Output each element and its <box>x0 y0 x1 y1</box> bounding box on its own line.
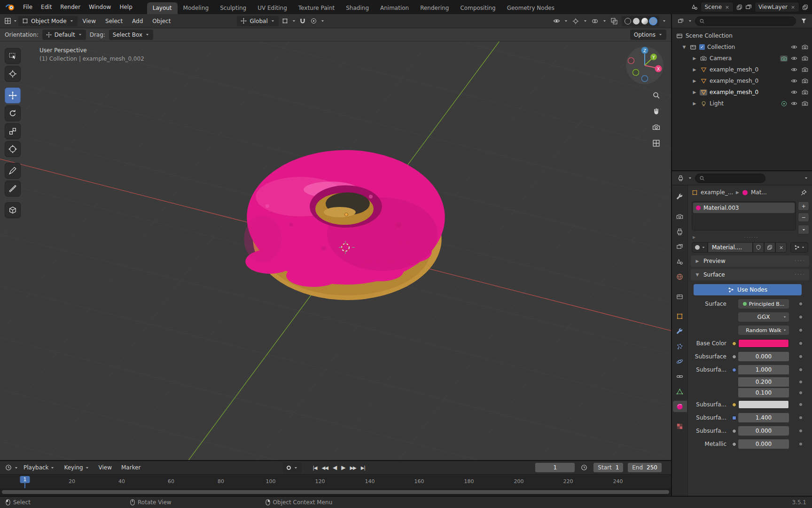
decorator-dot[interactable] <box>799 391 802 394</box>
new-material-copy-icon[interactable] <box>764 242 775 253</box>
options-dropdown[interactable]: Options <box>630 30 666 40</box>
tab-shading[interactable]: Shading <box>340 2 375 14</box>
decorator-dot[interactable] <box>799 329 802 332</box>
proportional-editing-icon[interactable] <box>309 16 319 26</box>
mesh-expand-icon[interactable]: ▶ <box>692 90 697 95</box>
scene-browse-icon[interactable] <box>691 4 698 10</box>
current-frame-badge[interactable]: 1 <box>20 476 30 483</box>
subsurface-slider[interactable]: 0.000 <box>738 352 789 361</box>
camera-expand-icon[interactable]: ▶ <box>692 56 697 61</box>
shading-wireframe-icon[interactable] <box>625 18 631 24</box>
menu-view[interactable]: View <box>78 16 100 26</box>
overlays-caret-icon[interactable] <box>602 19 607 23</box>
tab-geometry-nodes[interactable]: Geometry Nodes <box>501 2 560 14</box>
snap-target-icon[interactable] <box>281 16 290 26</box>
outliner-row-scene-collection[interactable]: Scene Collection <box>672 30 812 41</box>
zoom-icon[interactable] <box>650 89 662 101</box>
snap-magnet-icon[interactable] <box>298 16 307 26</box>
tool-scale[interactable] <box>5 123 21 139</box>
drag-mode-selector[interactable]: Select Box <box>109 30 153 40</box>
decorator-dot[interactable] <box>799 368 802 371</box>
shading-rendered-icon[interactable] <box>650 18 656 24</box>
tab-output[interactable] <box>673 226 687 237</box>
shading-solid-icon[interactable] <box>633 18 640 24</box>
render-visibility-icon[interactable] <box>801 89 809 95</box>
distribution-selector[interactable]: GGX <box>738 312 789 322</box>
editor-type-caret-icon[interactable] <box>13 19 17 23</box>
render-visibility-icon[interactable] <box>801 55 809 62</box>
scene-selector[interactable]: Scene <box>701 2 734 12</box>
outliner-row-light[interactable]: ▶ Light <box>672 98 812 109</box>
radius-x-field[interactable]: 1.000 <box>738 365 789 374</box>
pan-hand-icon[interactable] <box>650 105 662 117</box>
hide-eye-icon[interactable] <box>790 55 798 62</box>
tab-modifiers[interactable] <box>673 325 687 337</box>
menu-file[interactable]: File <box>19 2 37 12</box>
decorator-dot[interactable] <box>799 316 802 318</box>
surface-panel-header[interactable]: ▼ Surface ···· <box>691 269 809 280</box>
timeline-scrollbar-thumb[interactable] <box>2 490 669 494</box>
tab-animation[interactable]: Animation <box>375 2 414 14</box>
outliner-filter-icon[interactable] <box>799 16 808 26</box>
tab-tool[interactable] <box>673 191 687 202</box>
menu-object[interactable]: Object <box>148 16 175 26</box>
tab-object-data[interactable] <box>673 386 687 397</box>
breadcrumb-pin-icon[interactable] <box>799 188 808 197</box>
decorator-dot[interactable] <box>799 429 802 432</box>
menu-add[interactable]: Add <box>128 16 147 26</box>
timeline-editor-icon[interactable] <box>4 463 13 472</box>
snap-caret-icon[interactable] <box>292 19 296 23</box>
camera-view-icon[interactable] <box>650 121 662 133</box>
hide-eye-icon[interactable] <box>790 89 798 95</box>
timeline-editor-caret-icon[interactable] <box>14 466 18 470</box>
tool-annotate[interactable] <box>5 163 21 179</box>
add-slot-button[interactable]: + <box>798 201 809 211</box>
sss-method-selector[interactable]: Random Walk <box>738 325 789 335</box>
play-reverse-button[interactable]: ◀ <box>330 462 339 473</box>
tab-render[interactable] <box>673 211 687 222</box>
scene-copy-icon[interactable] <box>736 4 742 10</box>
menu-window[interactable]: Window <box>85 2 115 12</box>
hide-eye-icon[interactable] <box>790 78 798 84</box>
tab-material[interactable] <box>673 401 687 412</box>
slot-specials-button[interactable] <box>798 225 809 234</box>
unlink-material-icon[interactable] <box>775 242 787 253</box>
outliner-row-collection[interactable]: ▼ ✓ Collection <box>672 41 812 53</box>
menu-help[interactable]: Help <box>115 2 136 12</box>
mesh-expand-icon[interactable]: ▶ <box>692 67 697 72</box>
menu-edit[interactable]: Edit <box>37 2 56 12</box>
outliner-row-camera[interactable]: ▶ Camera <box>672 53 812 64</box>
render-visibility-icon[interactable] <box>801 66 809 73</box>
gizmo-caret-icon[interactable] <box>583 19 587 23</box>
breadcrumb-object-name[interactable]: example_... <box>701 189 733 196</box>
radius-y-field[interactable]: 0.200 <box>738 377 789 387</box>
frame-end-field[interactable]: End 250 <box>628 463 662 472</box>
preview-range-clock-icon[interactable] <box>579 463 589 472</box>
viewlayer-browse-icon[interactable] <box>745 4 752 10</box>
viewport-canvas[interactable]: User Perspective (1) Collection | exampl… <box>0 41 671 460</box>
tab-sculpting[interactable]: Sculpting <box>214 2 252 14</box>
properties-search-input[interactable] <box>695 174 765 183</box>
material-name-field[interactable]: Material.... <box>708 242 753 253</box>
jump-to-end-button[interactable]: ▶| <box>359 462 367 473</box>
tab-constraints[interactable] <box>673 371 687 382</box>
tab-uv-editing[interactable]: UV Editing <box>252 2 293 14</box>
browse-material-button[interactable] <box>692 242 708 253</box>
tab-texture[interactable] <box>673 421 687 432</box>
shading-caret-icon[interactable] <box>662 19 666 23</box>
play-button[interactable]: ▶ <box>339 462 347 473</box>
scene-unlink-icon[interactable] <box>725 5 730 10</box>
tab-scene[interactable] <box>673 256 687 267</box>
render-visibility-icon[interactable] <box>801 44 809 50</box>
use-nodes-button[interactable]: Use Nodes <box>694 284 802 295</box>
radius-z-field[interactable]: 0.100 <box>738 388 789 397</box>
metallic-slider[interactable]: 0.000 <box>738 439 789 449</box>
viewlayer-unlink-icon[interactable] <box>790 5 796 10</box>
outliner-row-mesh-1[interactable]: ▶ example_mesh_0 <box>672 75 812 87</box>
decorator-dot[interactable] <box>799 416 802 419</box>
subsurface-ior-slider[interactable]: 1.400 <box>738 413 789 422</box>
tab-particles[interactable] <box>673 341 687 352</box>
decorator-dot[interactable] <box>799 443 802 445</box>
tool-transform[interactable] <box>5 141 21 157</box>
fake-user-shield-icon[interactable] <box>753 242 764 253</box>
